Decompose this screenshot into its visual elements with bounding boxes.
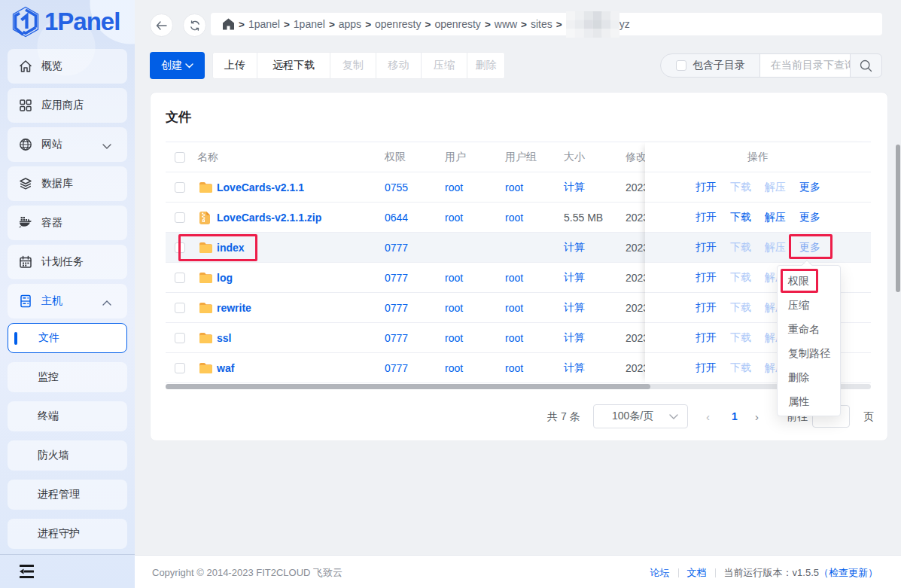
home-icon[interactable] <box>222 18 235 30</box>
op-打开-link[interactable]: 打开 <box>696 181 717 194</box>
sidebar-subitem-1[interactable]: 监控 <box>8 362 127 392</box>
create-button[interactable]: 创建 <box>150 52 205 79</box>
row-checkbox[interactable] <box>175 363 185 373</box>
op-更多-link[interactable]: 更多 <box>799 181 820 194</box>
op-解压-link[interactable]: 解压 <box>765 241 786 254</box>
breadcrumb-item-1[interactable]: 1panel <box>294 18 325 30</box>
group-link[interactable]: root <box>505 302 523 314</box>
refresh-button[interactable] <box>183 14 206 37</box>
table-row-ssl[interactable]: ssl0777rootroot计算2023- <box>166 323 645 353</box>
op-打开-link[interactable]: 打开 <box>696 361 717 375</box>
sidebar-item-0[interactable]: 概览 <box>8 49 127 84</box>
user-link[interactable]: root <box>445 181 463 193</box>
table-row-waf[interactable]: waf0777rootroot计算2023- <box>166 353 645 383</box>
breadcrumb-item-0[interactable]: 1panel <box>248 18 280 30</box>
sidebar-item-2[interactable]: 网站 <box>8 127 127 162</box>
breadcrumb-item-5[interactable]: www <box>495 18 517 30</box>
perm-link[interactable]: 0755 <box>385 181 408 193</box>
op-下载-link[interactable]: 下载 <box>730 271 751 285</box>
user-link[interactable]: root <box>445 362 463 374</box>
perm-link[interactable]: 0644 <box>385 212 408 224</box>
op-打开-link[interactable]: 打开 <box>696 331 717 345</box>
user-link[interactable]: root <box>445 302 463 314</box>
group-link[interactable]: root <box>505 272 523 284</box>
dropdown-item-2[interactable]: 重命名 <box>778 317 840 341</box>
group-link[interactable]: root <box>505 212 523 224</box>
size-link[interactable]: 计算 <box>564 361 585 375</box>
file-name-link[interactable]: rewrite <box>217 302 251 314</box>
collapse-menu-icon[interactable] <box>20 565 35 578</box>
user-link[interactable]: root <box>445 272 463 284</box>
dropdown-item-1[interactable]: 压缩 <box>778 293 840 317</box>
op-更多-link[interactable]: 更多 <box>799 211 820 224</box>
op-打开-link[interactable]: 打开 <box>696 241 717 254</box>
horizontal-scrollbar-track[interactable] <box>166 384 871 389</box>
row-checkbox[interactable] <box>175 303 185 313</box>
file-name-link[interactable]: LoveCards-v2.1.1 <box>217 181 304 193</box>
row-checkbox[interactable] <box>175 212 185 223</box>
sidebar-subitem-0[interactable]: 文件 <box>8 323 127 353</box>
forum-link[interactable]: 论坛 <box>650 566 670 580</box>
toolbar-button-2[interactable]: 复制 <box>330 53 376 78</box>
dropdown-item-5[interactable]: 属性 <box>778 389 840 413</box>
group-link[interactable]: root <box>505 362 523 374</box>
sidebar-subitem-2[interactable]: 终端 <box>8 401 127 431</box>
op-下载-link[interactable]: 下载 <box>730 241 751 254</box>
sidebar-item-6[interactable]: 主机 <box>8 284 127 318</box>
op-下载-link[interactable]: 下载 <box>730 361 751 375</box>
toolbar-button-3[interactable]: 移动 <box>376 53 421 78</box>
breadcrumb-tail[interactable]: yz <box>619 18 630 30</box>
page-size-select[interactable]: 100条/页 <box>593 404 688 428</box>
back-button[interactable] <box>150 14 173 37</box>
dropdown-item-4[interactable]: 删除 <box>778 365 840 389</box>
select-all-checkbox[interactable] <box>175 152 185 163</box>
op-打开-link[interactable]: 打开 <box>696 211 717 224</box>
perm-link[interactable]: 0777 <box>385 332 408 344</box>
op-解压-link[interactable]: 解压 <box>765 181 786 194</box>
table-row-rewrite[interactable]: rewrite0777rootroot计算2023- <box>166 293 645 323</box>
breadcrumb-item-4[interactable]: openresty <box>434 18 480 30</box>
sidebar-item-1[interactable]: 应用商店 <box>8 88 127 123</box>
vertical-scrollbar-thumb[interactable] <box>896 145 900 292</box>
user-link[interactable]: root <box>445 212 463 224</box>
op-下载-link[interactable]: 下载 <box>730 301 751 315</box>
sidebar-item-3[interactable]: 数据库 <box>8 166 127 201</box>
prev-page-button[interactable]: ‹ <box>706 410 710 423</box>
dropdown-item-3[interactable]: 复制路径 <box>778 341 840 365</box>
row-checkbox[interactable] <box>175 273 185 283</box>
row-checkbox[interactable] <box>175 333 185 343</box>
app-logo[interactable]: 1Panel <box>12 5 120 38</box>
op-打开-link[interactable]: 打开 <box>696 301 717 315</box>
size-link[interactable]: 计算 <box>564 301 585 315</box>
perm-link[interactable]: 0777 <box>385 242 408 254</box>
perm-link[interactable]: 0777 <box>385 302 408 314</box>
include-sub-checkbox[interactable] <box>676 60 686 71</box>
table-row-log[interactable]: log0777rootroot计算2023- <box>166 263 645 293</box>
file-name-link[interactable]: log <box>217 272 233 284</box>
perm-link[interactable]: 0777 <box>385 272 408 284</box>
op-下载-link[interactable]: 下载 <box>730 181 751 194</box>
table-row-LoveCards-v2.1.1.zip[interactable]: LoveCards-v2.1.1.zip0644rootroot5.55 MB2… <box>166 203 645 233</box>
sidebar-subitem-4[interactable]: 进程管理 <box>8 480 127 510</box>
user-link[interactable]: root <box>445 332 463 344</box>
toolbar-button-5[interactable]: 删除 <box>467 53 504 78</box>
op-下载-link[interactable]: 下载 <box>730 211 751 224</box>
file-name-link[interactable]: waf <box>217 362 234 374</box>
toolbar-button-4[interactable]: 压缩 <box>422 53 467 78</box>
table-row-LoveCards-v2.1.1[interactable]: LoveCards-v2.1.10755rootroot计算2023- <box>166 172 645 203</box>
size-link[interactable]: 计算 <box>564 331 585 345</box>
size-link[interactable]: 计算 <box>564 271 585 285</box>
group-link[interactable]: root <box>505 181 523 193</box>
file-name-link[interactable]: LoveCards-v2.1.1.zip <box>217 212 321 224</box>
sidebar-subitem-5[interactable]: 进程守护 <box>8 519 127 549</box>
check-update-link[interactable]: （检查更新） <box>819 566 878 580</box>
breadcrumb-item-3[interactable]: openresty <box>375 18 421 30</box>
search-button[interactable] <box>851 54 881 77</box>
op-解压-link[interactable]: 解压 <box>765 211 786 224</box>
sidebar-item-5[interactable]: 计划任务 <box>8 245 127 279</box>
toolbar-button-0[interactable]: 上传 <box>213 53 257 78</box>
search-input[interactable]: 在当前目录下查询 <box>759 54 851 77</box>
file-name-link[interactable]: ssl <box>217 332 231 344</box>
breadcrumb-item-6[interactable]: sites <box>531 18 552 30</box>
size-link[interactable]: 计算 <box>564 181 585 194</box>
